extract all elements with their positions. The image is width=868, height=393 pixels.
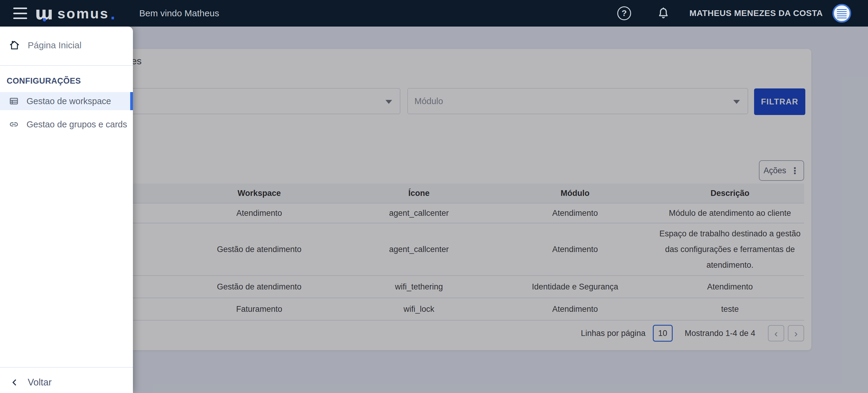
logo-blue-dot [43, 18, 46, 22]
logo-period: . [110, 10, 115, 17]
active-indicator-bar [130, 92, 133, 110]
somus-logo: ɯ somus . [35, 0, 115, 27]
sidebar-item-label: Gestao de grupos e cards [27, 119, 127, 130]
sidebar-back-button[interactable]: Voltar [0, 374, 133, 391]
link-icon [9, 119, 19, 129]
help-button[interactable]: ? [617, 0, 631, 27]
sidebar-item-label: Página Inicial [28, 40, 82, 50]
help-icon: ? [617, 6, 631, 20]
logo-mark-icon: ɯ [35, 4, 53, 22]
table-rows-icon [9, 96, 19, 106]
sidebar-divider [0, 367, 133, 368]
logo-text: somus [57, 5, 109, 22]
user-name: MATHEUS MENEZES DA COSTA [689, 0, 823, 27]
sidebar-divider [0, 65, 133, 66]
avatar[interactable] [832, 4, 851, 23]
bell-icon [656, 6, 670, 20]
sidebar-item-gestao-de-grupos-e-cards[interactable]: Gestao de grupos e cards [0, 116, 133, 133]
chevron-left-icon [10, 378, 19, 387]
sidebar-drawer: Página Inicial CONFIGURAÇÕES Gestao de w… [0, 27, 133, 393]
sidebar-item-label: Gestao de workspace [27, 96, 111, 106]
home-icon [9, 40, 20, 51]
notifications-button[interactable] [656, 0, 670, 27]
welcome-message: Bem vindo Matheus [139, 0, 219, 27]
sidebar-item-gestao-de-workspace[interactable]: Gestao de workspace [0, 92, 133, 110]
hamburger-menu-icon[interactable] [13, 7, 27, 19]
sidebar-item-pagina-inicial[interactable]: Página Inicial [0, 36, 133, 55]
sidebar-section-configuracoes: CONFIGURAÇÕES [7, 76, 81, 86]
app-header: ɯ somus . Bem vindo Matheus ? MATHEUS ME… [0, 0, 868, 27]
avatar-photo [837, 8, 846, 19]
sidebar-item-label: Voltar [28, 377, 52, 388]
